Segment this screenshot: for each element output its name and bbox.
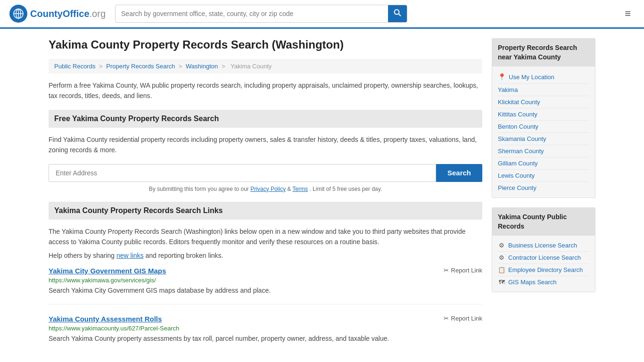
sidebar-item[interactable]: Klickitat County xyxy=(498,96,589,108)
global-search-button[interactable] xyxy=(388,5,407,22)
new-links-link[interactable]: new links xyxy=(116,252,144,259)
breadcrumb: Public Records > Property Records Search… xyxy=(49,59,482,74)
page-container: Yakima County Property Records Search (W… xyxy=(39,29,605,362)
report-icon-2: ✂ xyxy=(444,315,449,322)
employee-directory-link[interactable]: Employee Directory Search xyxy=(508,266,583,273)
public-records-box-content: ⚙ Business License Search ⚙ Contractor L… xyxy=(492,236,595,292)
header: CountyOffice.org ≡ xyxy=(0,0,644,29)
resource-title-1[interactable]: Yakima City Government GIS Maps xyxy=(49,267,166,275)
nearby-kittitas-link[interactable]: Kittitas County xyxy=(498,111,537,118)
free-search-description: Find Yakima County residential property … xyxy=(49,134,482,156)
sidebar-item[interactable]: Benton County xyxy=(498,121,589,133)
public-records-box: Yakima County Public Records ⚙ Business … xyxy=(492,207,595,292)
location-pin-icon: 📍 xyxy=(498,73,506,81)
gis-maps-link[interactable]: GIS Maps Search xyxy=(508,279,557,286)
report-link-2[interactable]: ✂ Report Link xyxy=(444,315,482,322)
address-input[interactable] xyxy=(49,164,436,182)
svg-line-5 xyxy=(399,14,401,16)
global-search-bar[interactable] xyxy=(115,5,407,23)
contractor-license-link[interactable]: Contractor License Search xyxy=(508,254,581,261)
resource-desc-1: Search Yakima City Government GIS maps d… xyxy=(49,286,482,296)
links-description: The Yakima County Property Records Searc… xyxy=(49,226,482,247)
page-title: Yakima County Property Records Search (W… xyxy=(49,38,482,51)
sidebar-item[interactable]: ⚙ Business License Search xyxy=(498,239,589,252)
form-disclaimer: By submitting this form you agree to our… xyxy=(49,186,482,192)
nearby-benton-link[interactable]: Benton County xyxy=(498,123,538,130)
sidebar-item[interactable]: ⚙ Contractor License Search xyxy=(498,252,589,264)
sidebar-item[interactable]: Gilliam County xyxy=(498,157,589,170)
share-text: Help others by sharing new links and rep… xyxy=(49,252,482,259)
nearby-gilliam-link[interactable]: Gilliam County xyxy=(498,160,538,167)
logo: CountyOffice.org xyxy=(9,5,106,23)
svg-point-4 xyxy=(395,10,399,15)
resource-url-1: https://www.yakimawa.gov/services/gis/ xyxy=(49,277,482,284)
address-search-form: Search By submitting this form you agree… xyxy=(49,164,482,192)
sidebar-item[interactable]: Sherman County xyxy=(498,145,589,157)
free-search-heading: Free Yakima County Property Records Sear… xyxy=(49,110,482,128)
sidebar-item[interactable]: Skamania County xyxy=(498,133,589,145)
resource-item: Yakima County Assessment Rolls ✂ Report … xyxy=(49,315,482,352)
business-license-link[interactable]: Business License Search xyxy=(508,242,577,249)
main-content: Yakima County Property Records Search (W… xyxy=(49,38,482,362)
gear-icon: ⚙ xyxy=(498,242,505,249)
nearby-sherman-link[interactable]: Sherman County xyxy=(498,148,544,155)
nearby-box: Property Records Search near Yakima Coun… xyxy=(492,38,595,198)
report-link-1[interactable]: ✂ Report Link xyxy=(444,267,482,274)
page-description: Perform a free Yakima County, WA public … xyxy=(49,80,482,101)
nearby-skamania-link[interactable]: Skamania County xyxy=(498,135,546,142)
nearby-pierce-link[interactable]: Pierce County xyxy=(498,184,537,191)
nearby-box-content: 📍 Use My Location Yakima Klickitat Count… xyxy=(492,66,595,197)
sidebar-item[interactable]: Yakima xyxy=(498,84,589,96)
list-icon: 📋 xyxy=(498,266,505,273)
logo-text: CountyOffice.org xyxy=(30,8,106,19)
hamburger-menu[interactable]: ≡ xyxy=(621,6,635,22)
nearby-klickitat-link[interactable]: Klickitat County xyxy=(498,99,540,106)
sidebar-item[interactable]: 📋 Employee Directory Search xyxy=(498,264,589,276)
sidebar-item[interactable]: Kittitas County xyxy=(498,108,589,121)
links-section-heading: Yakima County Property Records Search Li… xyxy=(49,202,482,220)
breadcrumb-property-records[interactable]: Property Records Search xyxy=(106,63,175,70)
resource-desc-2: Search Yakima County property assessment… xyxy=(49,334,482,344)
resource-item: Yakima City Government GIS Maps ✂ Report… xyxy=(49,267,482,304)
global-search-input[interactable] xyxy=(116,6,388,21)
resource-title-2[interactable]: Yakima County Assessment Rolls xyxy=(49,315,162,323)
resource-url-2: https://www.yakimacounty.us/627/Parcel-S… xyxy=(49,325,482,332)
nearby-yakima-link[interactable]: Yakima xyxy=(498,86,518,93)
breadcrumb-washington[interactable]: Washington xyxy=(186,63,218,70)
links-section: Yakima County Property Records Search Li… xyxy=(49,202,482,353)
logo-icon xyxy=(9,5,27,23)
public-records-box-header: Yakima County Public Records xyxy=(492,208,595,236)
use-my-location[interactable]: 📍 Use My Location xyxy=(498,70,589,84)
breadcrumb-public-records[interactable]: Public Records xyxy=(54,63,95,70)
sidebar-item[interactable]: Pierce County xyxy=(498,182,589,194)
nearby-lewis-link[interactable]: Lewis County xyxy=(498,172,535,179)
gear-icon: ⚙ xyxy=(498,254,505,261)
free-search-section: Free Yakima County Property Records Sear… xyxy=(49,110,482,192)
map-icon: 🗺 xyxy=(498,279,505,286)
privacy-policy-link[interactable]: Privacy Policy xyxy=(250,186,286,192)
terms-link[interactable]: Terms xyxy=(292,186,308,192)
nearby-box-header: Property Records Search near Yakima Coun… xyxy=(492,39,595,66)
address-search-button[interactable]: Search xyxy=(436,164,482,182)
breadcrumb-current: Yakima County xyxy=(231,63,272,70)
sidebar: Property Records Search near Yakima Coun… xyxy=(492,38,595,362)
sidebar-item[interactable]: 🗺 GIS Maps Search xyxy=(498,276,589,288)
use-location-link[interactable]: Use My Location xyxy=(509,74,554,81)
sidebar-item[interactable]: Lewis County xyxy=(498,170,589,182)
report-icon-1: ✂ xyxy=(444,267,449,274)
